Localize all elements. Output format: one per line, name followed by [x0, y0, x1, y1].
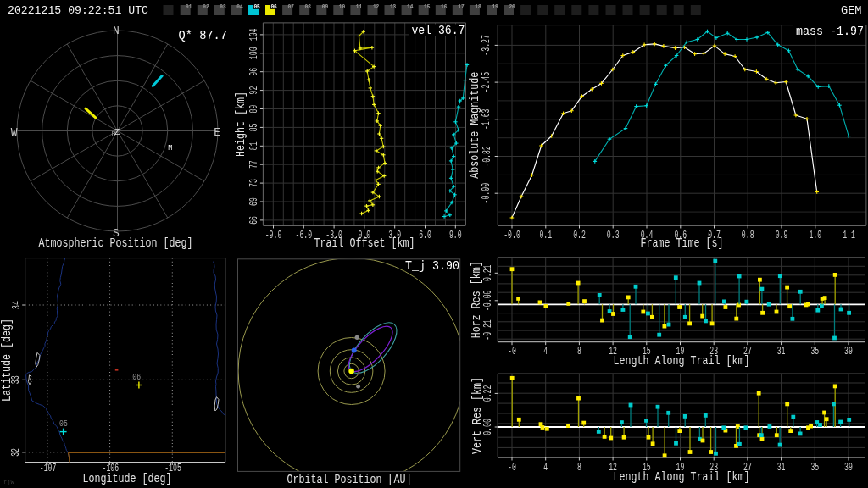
- svg-text:92: 92: [248, 86, 260, 95]
- svg-text:-107: -107: [40, 463, 57, 474]
- svg-text:07: 07: [288, 3, 295, 10]
- svg-text:0.3: 0.3: [607, 230, 620, 241]
- svg-text:-1.63: -1.63: [481, 109, 493, 130]
- svg-text:Height [km]: Height [km]: [234, 92, 248, 157]
- svg-text:-0.00: -0.00: [482, 291, 494, 312]
- svg-text:89: 89: [248, 105, 260, 114]
- svg-text:-0.82: -0.82: [481, 146, 493, 167]
- svg-text:05: 05: [253, 3, 260, 10]
- svg-text:35: 35: [810, 462, 819, 474]
- svg-text:17: 17: [458, 3, 465, 10]
- svg-text:81: 81: [248, 141, 260, 150]
- svg-text:14: 14: [407, 3, 414, 10]
- svg-text:08: 08: [305, 3, 312, 10]
- svg-text:N: N: [113, 25, 120, 37]
- svg-text:10: 10: [339, 3, 346, 10]
- svg-text:0.9: 0.9: [776, 230, 788, 241]
- svg-text:39: 39: [844, 346, 853, 358]
- svg-text:-0: -0: [508, 462, 516, 474]
- svg-text:04: 04: [236, 3, 243, 10]
- svg-text:6.0: 6.0: [419, 230, 431, 241]
- svg-text:77: 77: [248, 160, 260, 169]
- svg-text:T_j 3.90: T_j 3.90: [405, 259, 459, 274]
- svg-text:1.1: 1.1: [843, 230, 855, 241]
- svg-text:9.0: 9.0: [449, 230, 462, 241]
- svg-text:06: 06: [132, 373, 141, 382]
- svg-text:4: 4: [543, 462, 548, 474]
- svg-text:GEM: GEM: [841, 4, 862, 17]
- svg-text:0.00: 0.00: [482, 419, 494, 435]
- svg-text:-6.0: -6.0: [296, 230, 313, 241]
- svg-text:W: W: [11, 126, 18, 139]
- svg-text:-3.27: -3.27: [481, 35, 493, 56]
- svg-text:-9.0: -9.0: [265, 230, 282, 241]
- svg-text:Longitude [deg]: Longitude [deg]: [83, 472, 172, 485]
- svg-text:20: 20: [509, 3, 515, 10]
- svg-text:06: 06: [270, 3, 277, 10]
- svg-text:E: E: [214, 126, 220, 139]
- svg-text:vel 36.7: vel 36.7: [412, 24, 465, 38]
- svg-text:-0.21: -0.21: [482, 319, 494, 341]
- svg-text:18: 18: [475, 3, 481, 10]
- svg-text:02: 02: [203, 3, 209, 10]
- svg-text:0.21: 0.21: [482, 265, 494, 282]
- svg-text:Trail Offset [km]: Trail Offset [km]: [314, 236, 415, 250]
- svg-text:73: 73: [248, 179, 260, 187]
- svg-text:13: 13: [390, 3, 397, 10]
- svg-text:32: 32: [11, 448, 23, 457]
- svg-text:-0.0: -0.0: [504, 230, 520, 241]
- svg-text:M: M: [168, 144, 172, 152]
- svg-text:11: 11: [356, 3, 363, 10]
- svg-text:85: 85: [248, 124, 260, 132]
- svg-text:-0: -0: [508, 346, 516, 358]
- svg-text:69: 69: [248, 197, 260, 206]
- svg-text:34: 34: [11, 301, 23, 309]
- svg-text:05: 05: [59, 419, 68, 429]
- svg-text:Frame Time [s]: Frame Time [s]: [641, 236, 724, 250]
- svg-text:1.0: 1.0: [809, 230, 821, 241]
- svg-text:Q* 87.7: Q* 87.7: [179, 29, 228, 43]
- svg-text:20221215 09:22:51 UTC: 20221215 09:22:51 UTC: [8, 4, 148, 17]
- svg-text:0.8: 0.8: [742, 230, 754, 241]
- svg-text:66: 66: [248, 216, 260, 225]
- svg-text:0.2: 0.2: [573, 230, 586, 241]
- svg-text:16: 16: [441, 3, 448, 10]
- svg-text:mass -1.97: mass -1.97: [796, 25, 864, 39]
- svg-text:09: 09: [322, 3, 329, 10]
- svg-text:rjw: rjw: [3, 479, 14, 485]
- svg-text:4: 4: [543, 346, 548, 358]
- svg-text:12: 12: [373, 3, 380, 10]
- svg-text:35: 35: [810, 346, 819, 358]
- svg-text:0.1: 0.1: [539, 230, 552, 241]
- svg-text:Length Along Trail [km]: Length Along Trail [km]: [614, 470, 750, 484]
- svg-text:19: 19: [492, 3, 498, 10]
- svg-text:96: 96: [248, 68, 260, 76]
- svg-text:Latitude [deg]: Latitude [deg]: [0, 319, 14, 402]
- svg-text:Z: Z: [114, 127, 120, 137]
- svg-text:104: 104: [248, 29, 260, 42]
- svg-text:-0.00: -0.00: [481, 183, 493, 204]
- svg-text:8: 8: [577, 346, 581, 358]
- svg-text:Orbital Position [AU]: Orbital Position [AU]: [287, 473, 411, 486]
- svg-text:31: 31: [777, 462, 786, 474]
- svg-text:-2.45: -2.45: [481, 72, 493, 93]
- svg-text:Length Along Trail [km]: Length Along Trail [km]: [614, 354, 750, 368]
- svg-text:03: 03: [220, 3, 226, 10]
- svg-text:01: 01: [186, 3, 192, 10]
- svg-text:15: 15: [424, 3, 431, 10]
- svg-text:39: 39: [844, 462, 853, 474]
- svg-text:8: 8: [577, 462, 581, 474]
- svg-text:100: 100: [248, 47, 260, 59]
- svg-text:Atmospheric Position [deg]: Atmospheric Position [deg]: [39, 236, 193, 250]
- svg-text:31: 31: [777, 346, 786, 358]
- svg-text:0.22: 0.22: [482, 385, 494, 402]
- svg-text:Absolute Magnitude: Absolute Magnitude: [469, 72, 482, 179]
